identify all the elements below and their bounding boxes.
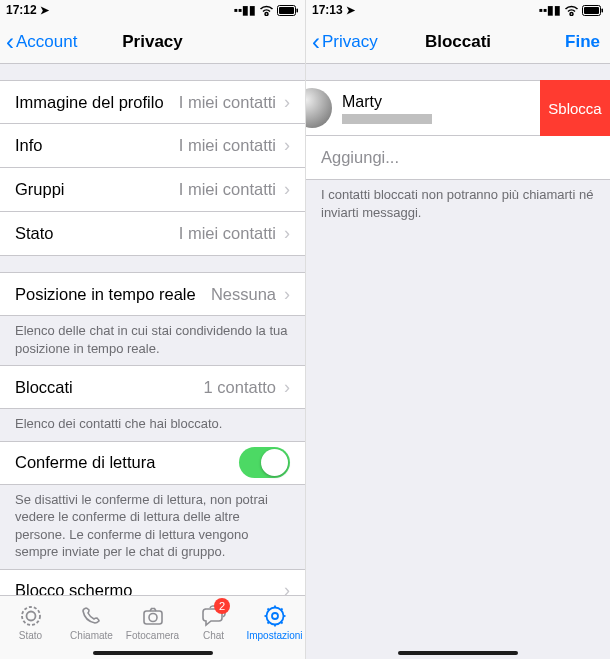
tab-label: Stato: [19, 630, 42, 641]
phone-icon: [79, 603, 105, 629]
tab-label: Chat: [203, 630, 224, 641]
privacy-content: Immagine del profilo I miei contatti › I…: [0, 64, 305, 595]
add-contact-row[interactable]: Aggiungi...: [306, 136, 610, 180]
svg-point-8: [272, 613, 278, 619]
contact-name: Marty: [342, 93, 540, 111]
svg-point-4: [26, 611, 35, 620]
row-blocked[interactable]: Bloccati 1 contatto ›: [0, 365, 305, 409]
camera-icon: [140, 603, 166, 629]
nav-bar: ‹ Account Privacy: [0, 20, 305, 64]
done-button[interactable]: Fine: [565, 32, 600, 52]
row-read-receipts[interactable]: Conferme di lettura: [0, 441, 305, 485]
cell-value: I miei contatti: [179, 180, 276, 199]
chevron-right-icon: ›: [284, 223, 290, 244]
screen-privacy: 17:12 ➤ ▪▪▮▮ ‹ Account Privacy Immagine …: [0, 0, 305, 659]
wifi-icon: [564, 5, 579, 16]
cell-value: 1 contatto: [204, 378, 276, 397]
cell-label: Conferme di lettura: [15, 453, 239, 472]
tab-bar: Stato Chiamate Fotocamera 2 Chat Imposta…: [0, 595, 305, 647]
contact-subtitle-redacted: [342, 114, 432, 124]
tab-calls[interactable]: Chiamate: [61, 596, 122, 647]
wifi-icon: [259, 5, 274, 16]
svg-point-6: [149, 613, 157, 621]
row-status[interactable]: Stato I miei contatti ›: [0, 212, 305, 256]
chat-badge: 2: [214, 598, 230, 614]
nav-bar: ‹ Privacy Bloccati Fine: [306, 20, 610, 64]
signal-icon: ▪▪▮▮: [538, 3, 561, 17]
tab-status[interactable]: Stato: [0, 596, 61, 647]
cell-label: Info: [15, 136, 179, 155]
screen-blocked: 17:13 ➤ ▪▪▮▮ ‹ Privacy Bloccati Fine Mar…: [305, 0, 610, 659]
svg-line-13: [267, 608, 269, 610]
back-button[interactable]: ‹ Account: [0, 30, 77, 54]
row-info[interactable]: Info I miei contatti ›: [0, 124, 305, 168]
gear-icon: [262, 603, 288, 629]
battery-icon: [277, 5, 299, 16]
svg-line-14: [280, 621, 282, 623]
status-time: 17:12: [6, 3, 37, 17]
back-label: Privacy: [322, 32, 378, 52]
cell-label: Blocco schermo: [15, 581, 284, 595]
chevron-right-icon: ›: [284, 135, 290, 156]
tab-label: Chiamate: [70, 630, 113, 641]
avatar: [306, 88, 332, 128]
row-groups[interactable]: Gruppi I miei contatti ›: [0, 168, 305, 212]
chevron-right-icon: ›: [284, 580, 290, 595]
row-profile-image[interactable]: Immagine del profilo I miei contatti ›: [0, 80, 305, 124]
status-bar: 17:12 ➤ ▪▪▮▮: [0, 0, 305, 20]
cell-label: Posizione in tempo reale: [15, 285, 211, 304]
read-receipts-switch[interactable]: [239, 447, 290, 478]
svg-rect-18: [584, 7, 599, 14]
battery-icon: [582, 5, 604, 16]
location-icon: ➤: [40, 4, 49, 17]
blocked-content: Marty Sblocca Aggiungi... I contatti blo…: [306, 64, 610, 647]
footer-read-receipts: Se disattivi le conferme di lettura, non…: [0, 485, 305, 569]
status-bar: 17:13 ➤ ▪▪▮▮: [306, 0, 610, 20]
chevron-right-icon: ›: [284, 179, 290, 200]
svg-rect-1: [279, 7, 294, 14]
svg-line-15: [267, 621, 269, 623]
svg-rect-2: [297, 8, 299, 12]
cell-label: Stato: [15, 224, 179, 243]
chevron-left-icon: ‹: [6, 30, 14, 54]
cell-label: Gruppi: [15, 180, 179, 199]
status-time: 17:13: [312, 3, 343, 17]
cell-value: I miei contatti: [179, 224, 276, 243]
signal-icon: ▪▪▮▮: [233, 3, 256, 17]
back-button[interactable]: ‹ Privacy: [306, 30, 378, 54]
home-indicator[interactable]: [0, 647, 305, 659]
chevron-right-icon: ›: [284, 377, 290, 398]
svg-rect-19: [602, 8, 604, 12]
chevron-left-icon: ‹: [312, 30, 320, 54]
back-label: Account: [16, 32, 77, 52]
unblock-button[interactable]: Sblocca: [540, 80, 610, 136]
footer-live-location: Elenco delle chat in cui stai condividen…: [0, 316, 305, 365]
row-screen-lock[interactable]: Blocco schermo ›: [0, 569, 305, 595]
home-indicator[interactable]: [306, 647, 610, 659]
footer-blocked: Elenco dei contatti che hai bloccato.: [0, 409, 305, 441]
tab-label: Impostazioni: [246, 630, 302, 641]
tab-settings[interactable]: Impostazioni: [244, 596, 305, 647]
cell-value: I miei contatti: [179, 93, 276, 112]
tab-camera[interactable]: Fotocamera: [122, 596, 183, 647]
blocked-contact-row[interactable]: Marty Sblocca: [306, 80, 610, 136]
status-icon: [18, 603, 44, 629]
svg-line-16: [280, 608, 282, 610]
blocked-footer: I contatti bloccati non potranno più chi…: [306, 180, 610, 229]
cell-value: Nessuna: [211, 285, 276, 304]
cell-label: Immagine del profilo: [15, 93, 179, 112]
tab-chat[interactable]: 2 Chat: [183, 596, 244, 647]
tab-label: Fotocamera: [126, 630, 179, 641]
cell-value: I miei contatti: [179, 136, 276, 155]
cell-label: Bloccati: [15, 378, 204, 397]
location-icon: ➤: [346, 4, 355, 17]
chevron-right-icon: ›: [284, 92, 290, 113]
chevron-right-icon: ›: [284, 284, 290, 305]
row-live-location[interactable]: Posizione in tempo reale Nessuna ›: [0, 272, 305, 316]
svg-point-3: [22, 607, 40, 625]
